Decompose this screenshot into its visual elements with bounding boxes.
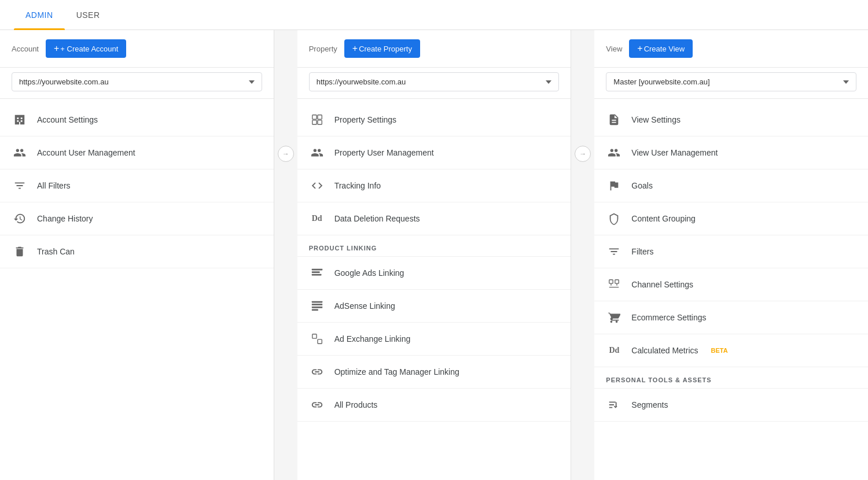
- view-dropdown-row: Master [yourwebsite.com.au]: [594, 68, 868, 99]
- property-user-management-item[interactable]: Property User Management: [297, 136, 571, 169]
- segments-label: Segments: [631, 400, 668, 409]
- property-label: Property: [309, 45, 337, 53]
- trash-can-label: Trash Can: [37, 247, 75, 256]
- goals-label: Goals: [631, 181, 653, 190]
- account-column: Account + + Create Account https://yourw…: [0, 30, 274, 480]
- svg-rect-12: [318, 339, 322, 344]
- all-filters-label: All Filters: [37, 181, 71, 190]
- trash-can-item[interactable]: Trash Can: [0, 235, 274, 268]
- property-column-header: Property + Create Property: [297, 30, 571, 68]
- svg-rect-0: [312, 115, 316, 119]
- svg-rect-4: [312, 269, 322, 271]
- code-icon: [309, 178, 325, 194]
- account-settings-item[interactable]: Account Settings: [0, 104, 274, 136]
- optimize-tag-manager-item[interactable]: Optimize and Tag Manager Linking: [297, 356, 571, 389]
- channel-settings-icon: [606, 276, 622, 293]
- view-dropdown[interactable]: Master [yourwebsite.com.au]: [606, 72, 856, 91]
- personal-tools-header: PERSONAL TOOLS & ASSETS: [594, 367, 868, 389]
- arrow-right-1: →: [278, 146, 294, 162]
- create-view-button[interactable]: + Create View: [629, 39, 693, 58]
- change-history-item[interactable]: Change History: [0, 202, 274, 235]
- svg-rect-14: [615, 280, 619, 283]
- segments-item[interactable]: Segments: [594, 389, 868, 422]
- content-grouping-label: Content Grouping: [631, 214, 696, 223]
- all-filters-item[interactable]: All Filters: [0, 169, 274, 202]
- svg-rect-9: [312, 307, 322, 308]
- data-deletion-label: Data Deletion Requests: [334, 214, 420, 223]
- property-dropdown-row: https://yourwebsite.com.au: [297, 68, 571, 99]
- property-settings-label: Property Settings: [334, 115, 396, 124]
- adsense-linking-label: AdSense Linking: [334, 301, 395, 311]
- separator-1: →: [274, 30, 297, 480]
- dd-property-icon: Dd: [309, 211, 325, 227]
- create-account-button[interactable]: + + Create Account: [46, 39, 126, 58]
- property-dropdown[interactable]: https://yourwebsite.com.au: [309, 72, 560, 91]
- product-linking-header: PRODUCT LINKING: [297, 235, 571, 257]
- content-grouping-item[interactable]: Content Grouping: [594, 202, 868, 235]
- property-users-icon: [309, 145, 325, 161]
- filter-icon: [12, 178, 28, 194]
- ad-exchange-linking-item[interactable]: Ad Exchange Linking: [297, 323, 571, 356]
- all-products-item[interactable]: All Products: [297, 389, 571, 422]
- history-icon: [12, 211, 28, 227]
- view-label: View: [606, 45, 622, 53]
- account-column-header: Account + + Create Account: [0, 30, 274, 68]
- account-user-management-label: Account User Management: [37, 148, 135, 157]
- channel-settings-item[interactable]: Channel Settings: [594, 268, 868, 301]
- ecommerce-settings-label: Ecommerce Settings: [631, 313, 706, 322]
- arrow-right-2: →: [575, 146, 591, 162]
- svg-rect-2: [312, 120, 316, 124]
- property-user-management-label: Property User Management: [334, 148, 434, 157]
- google-ads-icon: [309, 265, 325, 281]
- account-user-management-item[interactable]: Account User Management: [0, 136, 274, 169]
- svg-rect-5: [312, 271, 320, 273]
- svg-rect-13: [609, 280, 613, 283]
- account-dropdown-row: https://yourwebsite.com.au: [0, 68, 274, 99]
- ad-exchange-linking-label: Ad Exchange Linking: [334, 334, 411, 344]
- account-dropdown[interactable]: https://yourwebsite.com.au: [12, 72, 262, 91]
- view-filters-label: Filters: [631, 247, 653, 256]
- doc-icon: [606, 112, 622, 128]
- view-user-management-item[interactable]: View User Management: [594, 136, 868, 169]
- flag-icon: [606, 178, 622, 194]
- create-property-button[interactable]: + Create Property: [344, 39, 420, 58]
- account-settings-label: Account Settings: [37, 115, 98, 124]
- cart-icon: [606, 309, 622, 326]
- channel-settings-label: Channel Settings: [631, 280, 693, 289]
- adsense-linking-item[interactable]: AdSense Linking: [297, 290, 571, 323]
- view-filters-item[interactable]: Filters: [594, 235, 868, 268]
- ecommerce-settings-item[interactable]: Ecommerce Settings: [594, 301, 868, 334]
- optimize-tag-manager-label: Optimize and Tag Manager Linking: [334, 367, 459, 376]
- main-content: Account + + Create Account https://yourw…: [0, 30, 868, 480]
- google-ads-linking-item[interactable]: Google Ads Linking: [297, 257, 571, 290]
- svg-rect-6: [312, 274, 322, 276]
- dd-view-icon: Dd: [606, 342, 622, 359]
- tracking-info-item[interactable]: Tracking Info: [297, 169, 571, 202]
- view-column-header: View + Create View: [594, 30, 868, 68]
- svg-rect-3: [318, 120, 322, 124]
- tracking-info-label: Tracking Info: [334, 181, 381, 190]
- link-icon: [309, 364, 325, 380]
- goals-item[interactable]: Goals: [594, 169, 868, 202]
- svg-rect-11: [312, 334, 316, 338]
- svg-rect-1: [318, 115, 322, 119]
- calculated-metrics-item[interactable]: Dd Calculated Metrics BETA: [594, 334, 868, 367]
- property-column: Property + Create Property https://yourw…: [297, 30, 572, 480]
- view-settings-item[interactable]: View Settings: [594, 104, 868, 136]
- users-icon: [12, 145, 28, 161]
- tab-user[interactable]: USER: [65, 0, 112, 30]
- view-user-management-label: View User Management: [631, 148, 718, 157]
- svg-rect-8: [312, 304, 322, 305]
- account-menu-items: Account Settings Account User Management…: [0, 99, 274, 480]
- all-products-label: All Products: [334, 400, 378, 409]
- all-products-icon: [309, 397, 325, 413]
- building-icon: [12, 112, 28, 128]
- view-filter-icon: [606, 243, 622, 260]
- tab-admin[interactable]: ADMIN: [14, 0, 65, 30]
- separator-2: →: [571, 30, 594, 480]
- google-ads-linking-label: Google Ads Linking: [334, 268, 404, 278]
- ad-exchange-icon: [309, 331, 325, 347]
- data-deletion-item[interactable]: Dd Data Deletion Requests: [297, 202, 571, 235]
- property-settings-item[interactable]: Property Settings: [297, 104, 571, 136]
- view-menu-items: View Settings View User Management Goals: [594, 99, 868, 480]
